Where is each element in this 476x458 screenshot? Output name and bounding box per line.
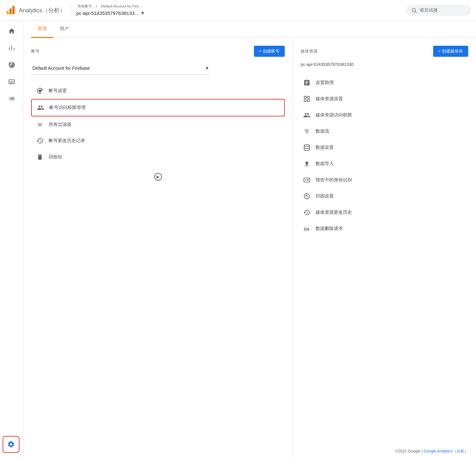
- media-nav-setup[interactable]: 设置助理: [301, 75, 468, 91]
- main-content: 管理 用户 帐号 + 创建帐号 Default Account for Fire…: [23, 21, 476, 458]
- sidebar-item-reports[interactable]: [3, 40, 21, 56]
- people-icon: [37, 104, 44, 111]
- nav-item-account-settings[interactable]: 帐号设置: [31, 83, 285, 99]
- media-nav-property-history[interactable]: 媒体资源更改历史: [301, 204, 468, 221]
- panels-area: 帐号 + 创建帐号 Default Account for Firebase ▾: [23, 38, 476, 458]
- nav-item-account-access-label: 帐号访问权限管理: [49, 105, 86, 111]
- media-nav-data-settings-label: 数据设置: [316, 145, 334, 151]
- sidebar-item-configure[interactable]: [3, 91, 21, 106]
- breadcrumb: 所有帐号 > Default Account for Fire...: [76, 4, 401, 9]
- clipboard-icon: [303, 79, 310, 86]
- scroll-indicator: ▶: [31, 170, 285, 183]
- media-nav-attribution-label: 归因设置: [316, 193, 334, 199]
- search-bar[interactable]: 请尝试搜: [406, 5, 471, 16]
- footer-link[interactable]: Google Analytics（分析）: [424, 449, 468, 453]
- media-nav-streams[interactable]: 数据流: [301, 123, 468, 139]
- svg-text:Dd: Dd: [304, 227, 309, 232]
- create-account-button[interactable]: + 创建帐号: [254, 46, 285, 57]
- sidebar-item-explore[interactable]: [3, 57, 21, 73]
- people2-icon: [303, 112, 310, 119]
- tab-admin[interactable]: 管理: [31, 21, 53, 38]
- account-panel-header: 帐号 + 创建帐号: [31, 46, 285, 57]
- nav-item-history-label: 帐号更改历史记录: [49, 138, 85, 144]
- nav-item-trash-label: 回收站: [49, 154, 62, 160]
- building-icon: [36, 87, 44, 94]
- media-nav-data-deletion[interactable]: Dd 数据删除请求: [301, 221, 468, 237]
- explore-icon: [8, 61, 15, 68]
- svg-rect-2: [12, 6, 15, 14]
- media-nav-reporting-identity-label: 报告中的身份识别: [316, 177, 352, 183]
- data-settings-icon: [303, 144, 310, 151]
- media-nav-streams-label: 数据流: [316, 128, 329, 134]
- tab-users[interactable]: 用户: [53, 21, 75, 38]
- account-panel: 帐号 + 创建帐号 Default Account for Firebase ▾: [23, 38, 293, 458]
- svg-rect-1: [9, 8, 12, 14]
- account-panel-title: 帐号: [31, 48, 40, 54]
- nav-item-trash[interactable]: 回收站: [31, 149, 285, 165]
- arrow-right-indicator: ▶: [154, 173, 162, 181]
- svg-rect-0: [6, 11, 9, 14]
- account-nav-list: 帐号设置 帐号访问权限管理 所有过滤器: [31, 83, 285, 165]
- svg-rect-8: [307, 100, 309, 102]
- media-nav-attribution[interactable]: 归因设置: [301, 188, 468, 204]
- id-icon: [303, 176, 310, 184]
- chevron-down-icon: ▾: [141, 9, 144, 17]
- home-icon: [8, 28, 15, 35]
- settings-button[interactable]: [3, 436, 19, 453]
- delete-data-icon: Dd: [303, 225, 310, 232]
- stream-icon: [303, 128, 310, 135]
- account-selector-area: 所有帐号 > Default Account for Fire... pc-ap…: [76, 4, 401, 17]
- advertising-icon: [8, 78, 15, 85]
- nav-item-filters[interactable]: 所有过滤器: [31, 116, 285, 133]
- footer: ©2022 Google | Google Analytics（分析）: [395, 449, 468, 454]
- nav-item-history[interactable]: 帐号更改历史记录: [31, 133, 285, 149]
- media-nav-data-import[interactable]: 数据导入: [301, 156, 468, 172]
- nav-item-account-access[interactable]: 帐号访问权限管理: [31, 99, 285, 116]
- svg-rect-5: [304, 96, 306, 98]
- media-panel: 媒体资源 + 创建媒体体 pc-api-51435357976381330 设置…: [293, 38, 476, 458]
- upload-icon: [303, 160, 310, 167]
- sidebar-bottom-area: [3, 436, 19, 453]
- history2-icon: [303, 209, 310, 216]
- property-settings-icon: [303, 95, 310, 102]
- media-nav-property-access[interactable]: 媒体资源访问权限: [301, 107, 468, 123]
- media-nav-property-access-label: 媒体资源访问权限: [316, 112, 352, 118]
- media-nav-data-settings[interactable]: 数据设置: [301, 139, 468, 156]
- media-nav-property-history-label: 媒体资源更改历史: [316, 210, 352, 215]
- media-account-id: pc-api-51435357976381330: [301, 62, 468, 67]
- gear-icon: [7, 440, 15, 448]
- property-selector[interactable]: pc-api-5143535797638133... ▾: [76, 9, 401, 17]
- app-name: Analytics（分析）: [19, 6, 66, 14]
- logo-area: Analytics（分析）: [5, 5, 71, 16]
- main-layout: 管理 用户 帐号 + 创建帐号 Default Account for Fire…: [0, 21, 476, 458]
- account-dropdown[interactable]: Default Account for Firebase ▾: [31, 62, 210, 75]
- list-icon: [8, 95, 15, 102]
- tabs-bar: 管理 用户: [23, 21, 476, 38]
- svg-line-4: [415, 11, 417, 13]
- media-nav-setup-label: 设置助理: [316, 80, 334, 86]
- history-icon: [36, 137, 44, 144]
- filter-icon: [36, 121, 44, 128]
- media-nav-list: 设置助理 媒体资源设置 媒体资源访问权限: [301, 75, 468, 237]
- sidebar-item-advertising[interactable]: [3, 74, 21, 90]
- media-nav-property-settings-label: 媒体资源设置: [316, 96, 343, 102]
- trash-icon: [36, 153, 44, 161]
- svg-point-9: [304, 145, 310, 147]
- search-placeholder: 请尝试搜: [420, 7, 438, 13]
- analytics-logo: [5, 5, 16, 16]
- media-nav-reporting-identity[interactable]: 报告中的身份识别: [301, 172, 468, 188]
- media-nav-data-import-label: 数据导入: [316, 161, 334, 167]
- footer-copyright: ©2022 Google |: [395, 449, 423, 453]
- search-icon: [411, 7, 417, 13]
- bar-chart-icon: [8, 44, 15, 52]
- sidebar-item-home[interactable]: [3, 23, 21, 39]
- account-dropdown-value: Default Account for Firebase: [32, 66, 90, 71]
- nav-item-filters-label: 所有过滤器: [49, 122, 71, 127]
- create-media-button[interactable]: + 创建媒体体: [433, 46, 468, 57]
- nav-item-account-settings-label: 帐号设置: [49, 88, 67, 94]
- media-nav-property-settings[interactable]: 媒体资源设置: [301, 91, 468, 107]
- media-nav-data-deletion-label: 数据删除请求: [316, 226, 343, 232]
- header: Analytics（分析） 所有帐号 > Default Account for…: [0, 0, 476, 21]
- svg-rect-7: [304, 100, 306, 102]
- sidebar: [0, 21, 23, 458]
